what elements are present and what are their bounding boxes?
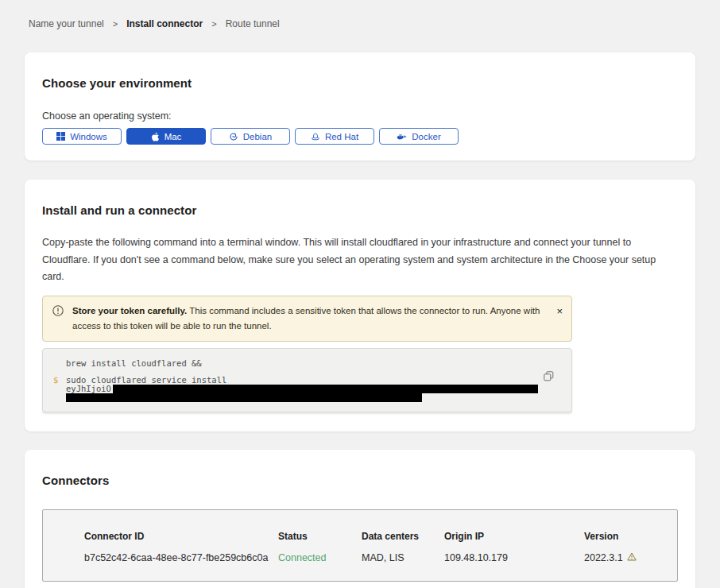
column-header-version: Version bbox=[584, 531, 669, 542]
version-value: 2022.3.1 bbox=[584, 552, 623, 563]
os-button-label: Red Hat bbox=[325, 132, 358, 141]
origin-ip-value: 109.48.10.179 bbox=[444, 552, 584, 563]
breadcrumb: Name your tunnel > Install connector > R… bbox=[25, 0, 695, 29]
shell-prompt: $ bbox=[53, 376, 66, 385]
token-prefix: eyJhIjoiO bbox=[66, 385, 111, 393]
install-connector-title: Install and run a connector bbox=[42, 203, 678, 217]
column-header-status: Status bbox=[278, 531, 362, 542]
choose-environment-title: Choose your environment bbox=[42, 76, 678, 90]
connectors-title: Connectors bbox=[42, 474, 678, 487]
windows-icon bbox=[56, 132, 65, 141]
redacted-token-bar bbox=[113, 385, 538, 393]
install-connector-card: Install and run a connector Copy-paste t… bbox=[25, 180, 695, 431]
copy-icon[interactable] bbox=[542, 369, 555, 385]
os-button-label: Mac bbox=[165, 132, 182, 141]
version-warning-icon[interactable] bbox=[627, 552, 637, 563]
os-button-label: Windows bbox=[70, 132, 107, 141]
os-button-redhat[interactable]: Red Hat bbox=[295, 128, 374, 145]
data-centers-value: MAD, LIS bbox=[362, 552, 444, 563]
prompt-column bbox=[53, 385, 66, 393]
alert-circle-icon bbox=[52, 305, 64, 321]
breadcrumb-separator: > bbox=[211, 19, 216, 29]
os-select-label: Choose an operating system: bbox=[42, 110, 678, 122]
breadcrumb-step-route-tunnel[interactable]: Route tunnel bbox=[226, 18, 280, 29]
debian-icon bbox=[229, 132, 238, 141]
apple-icon bbox=[151, 132, 160, 141]
column-header-origin-ip: Origin IP bbox=[444, 531, 584, 542]
warning-title: Store your token carefully. bbox=[72, 306, 187, 315]
connector-id-value: b7c52c42-6caa-48ee-8c77-fbe259cb6c0a bbox=[84, 552, 278, 563]
choose-environment-card: Choose your environment Choose an operat… bbox=[25, 52, 695, 161]
column-header-data-centers: Data centers bbox=[362, 531, 444, 542]
code-line-install: sudo cloudflared service install bbox=[66, 376, 226, 385]
os-button-label: Debian bbox=[243, 132, 272, 141]
os-button-mac[interactable]: Mac bbox=[126, 128, 206, 145]
connectors-table: Connector ID Status Data centers Origin … bbox=[42, 509, 678, 582]
connectors-card: Connectors Connector ID Status Data cent… bbox=[25, 450, 695, 588]
os-button-group: Windows Mac Debian Red Hat bbox=[42, 128, 678, 145]
prompt-column bbox=[53, 359, 66, 368]
os-button-windows[interactable]: Windows bbox=[42, 128, 122, 145]
os-button-debian[interactable]: Debian bbox=[211, 128, 290, 145]
install-command-code-block: brew install cloudflared && $ sudo cloud… bbox=[42, 348, 572, 412]
breadcrumb-step-name-tunnel[interactable]: Name your tunnel bbox=[29, 18, 104, 29]
code-line-brew: brew install cloudflared && bbox=[66, 359, 202, 368]
docker-icon bbox=[397, 132, 407, 141]
breadcrumb-step-install-connector[interactable]: Install connector bbox=[126, 18, 203, 29]
os-button-docker[interactable]: Docker bbox=[379, 128, 459, 145]
install-instructions: Copy-paste the following command into a … bbox=[42, 234, 678, 286]
column-header-connector-id: Connector ID bbox=[84, 531, 278, 542]
status-badge: Connected bbox=[278, 552, 362, 563]
token-warning-banner: Store your token carefully. This command… bbox=[42, 296, 572, 342]
redacted-token-bar bbox=[66, 393, 422, 402]
os-button-label: Docker bbox=[412, 132, 440, 141]
breadcrumb-separator: > bbox=[113, 19, 118, 29]
redhat-icon bbox=[311, 132, 320, 141]
close-icon[interactable]: × bbox=[556, 306, 563, 316]
tunnel-setup-page: Name your tunnel > Install connector > R… bbox=[0, 0, 720, 588]
